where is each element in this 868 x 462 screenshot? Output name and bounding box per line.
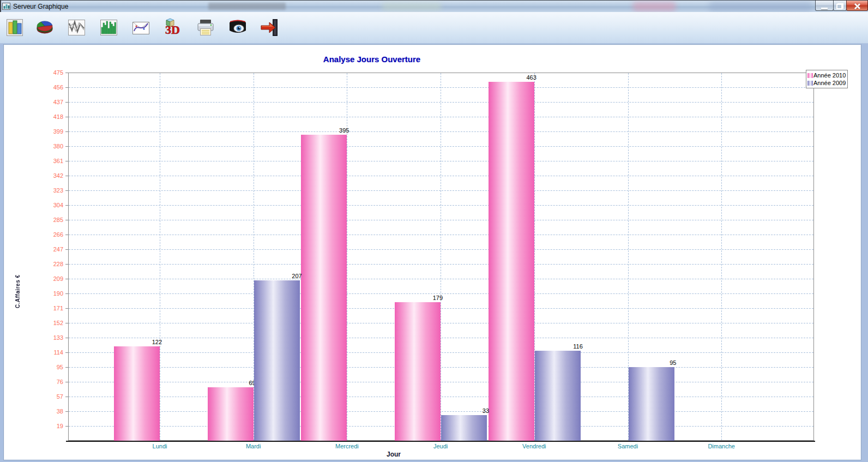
y-tick-mark <box>65 73 68 73</box>
y-tick-label: 114 <box>34 349 63 356</box>
y-tick-label: 304 <box>34 202 63 208</box>
y-tick-label: 437 <box>34 99 63 105</box>
svg-text:3D: 3D <box>165 23 180 37</box>
bar-année-2009 <box>535 351 581 441</box>
window-title: Serveur Graphique <box>13 3 68 10</box>
envelope-chart-button[interactable] <box>130 16 152 39</box>
print-button[interactable] <box>195 16 216 39</box>
y-tick-label: 399 <box>34 128 63 135</box>
y-tick-label: 133 <box>34 334 63 341</box>
y-tick-label: 266 <box>34 231 63 238</box>
y-tick-mark <box>65 352 68 353</box>
histogram-button[interactable] <box>98 16 119 39</box>
toolbar: 3D <box>0 12 868 44</box>
y-axis-title: C.Affaires € <box>15 267 22 316</box>
legend-swatch <box>807 81 813 86</box>
pie-chart-button[interactable] <box>34 16 56 39</box>
redacted-text-blur <box>208 3 286 10</box>
y-tick-label: 209 <box>34 275 63 282</box>
x-tick-label: Jeudi <box>402 443 479 449</box>
bar-année-2010 <box>395 302 441 441</box>
bar-année-2009 <box>254 280 300 441</box>
y-tick-mark <box>65 249 68 250</box>
y-tick-label: 228 <box>34 261 63 267</box>
chart-title: Analyse Jours Ouverture <box>181 55 563 64</box>
line-chart-button[interactable] <box>65 16 87 39</box>
x-tick-label: Samedi <box>590 443 666 449</box>
y-tick-label: 342 <box>34 172 63 179</box>
window-controls <box>816 1 868 11</box>
x-gridline <box>721 73 722 440</box>
y-tick-label: 19 <box>34 423 63 429</box>
bar-année-2009 <box>441 415 487 441</box>
x-tick-label: Mardi <box>215 443 292 449</box>
glass-reflection <box>709 2 812 11</box>
bar-année-2009 <box>629 367 674 441</box>
y-tick-mark <box>65 190 68 191</box>
x-tick-label: Lundi <box>122 443 198 449</box>
exit-button[interactable] <box>258 16 280 39</box>
y-tick-mark <box>65 87 68 88</box>
y-tick-mark <box>65 146 68 147</box>
y-tick-mark <box>65 308 68 309</box>
x-gridline <box>441 73 441 440</box>
y-tick-mark <box>65 338 68 338</box>
y-tick-mark <box>65 161 68 161</box>
bar-value-label: 33 <box>451 407 489 414</box>
close-button[interactable] <box>846 1 868 11</box>
window-icon <box>2 2 11 11</box>
bar-value-label: 69 <box>218 380 256 386</box>
y-tick-mark <box>65 382 68 382</box>
bar-chart-icon <box>5 17 26 38</box>
legend: Année 2010Année 2009 <box>806 70 848 88</box>
legend-entry: Année 2009 <box>807 79 846 87</box>
y-tick-label: 152 <box>34 320 63 326</box>
glass-reflection <box>382 2 442 11</box>
y-tick-mark <box>65 102 68 103</box>
y-tick-label: 76 <box>34 379 63 385</box>
print-preview-button[interactable] <box>227 16 249 39</box>
y-tick-mark <box>65 279 68 279</box>
minimize-icon <box>821 8 828 9</box>
pie-chart-icon <box>34 17 55 38</box>
y-tick-mark <box>65 367 68 368</box>
y-tick-label: 418 <box>34 113 63 120</box>
bar-année-2010 <box>208 387 254 441</box>
glass-reflection <box>632 2 676 11</box>
legend-label: Année 2009 <box>813 80 846 86</box>
maximize-button[interactable] <box>833 1 847 11</box>
y-tick-mark <box>65 176 68 176</box>
bar-année-2010 <box>489 82 534 441</box>
line-chart-icon <box>66 17 87 38</box>
x-axis-line <box>66 441 815 442</box>
y-tick-label: 57 <box>34 393 63 400</box>
y-tick-mark <box>65 117 68 117</box>
y-tick-mark <box>65 293 68 294</box>
y-tick-mark <box>65 411 68 412</box>
bar-value-label: 395 <box>311 127 349 134</box>
bar-value-label: 207 <box>264 273 302 279</box>
3d-icon: 3D <box>162 17 183 38</box>
bar-value-label: 179 <box>405 295 443 301</box>
envelope-chart-icon <box>130 17 151 38</box>
y-tick-label: 171 <box>34 305 63 311</box>
y-tick-mark <box>65 264 68 265</box>
minimize-button[interactable] <box>815 1 834 11</box>
print-icon <box>195 17 216 38</box>
close-icon <box>854 3 861 10</box>
bar-value-label: 463 <box>498 74 537 81</box>
bar-chart-button[interactable] <box>4 16 26 39</box>
x-gridline <box>160 73 160 440</box>
histogram-icon <box>98 17 119 38</box>
x-tick-label: Vendredi <box>496 443 572 449</box>
x-tick-label: Mercredi <box>309 443 385 449</box>
y-tick-label: 38 <box>34 408 63 415</box>
y-tick-mark <box>65 426 68 427</box>
y-tick-label: 285 <box>34 217 63 223</box>
window-frame-edge <box>0 1 1 13</box>
y-tick-label: 475 <box>34 69 63 76</box>
y-tick-label: 247 <box>34 246 63 253</box>
three-d-button[interactable]: 3D <box>161 16 183 39</box>
bar-value-label: 95 <box>638 359 677 366</box>
application-window: { "window": { "title": "Serveur Graphiqu… <box>0 0 868 462</box>
